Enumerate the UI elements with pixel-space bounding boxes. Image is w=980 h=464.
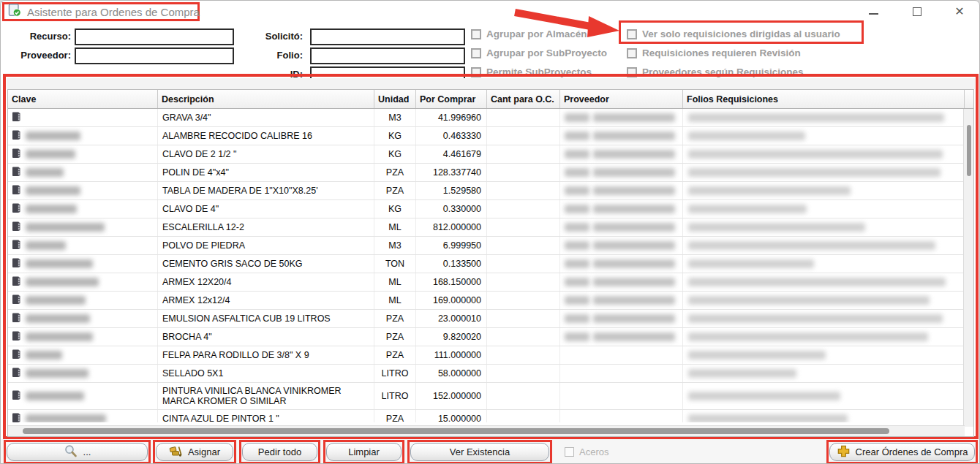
por-comprar-cell: 23.000010	[416, 310, 487, 327]
descripcion-cell: CEMENTO GRIS SACO DE 50KG	[158, 255, 374, 273]
cant-para-oc-cell	[487, 328, 560, 346]
folios-requisiciones-cell	[683, 292, 965, 309]
table-row[interactable]: PINTURA VINILICA BLANCA VINIKROMER MARCA…	[8, 383, 965, 410]
table-row[interactable]: CINTA AZUL DE PINTOR 1 "PZA15.000000	[8, 410, 965, 422]
redacted-text	[688, 369, 796, 378]
redacted-text	[593, 314, 675, 323]
folios-requisiciones-cell	[683, 109, 965, 126]
clave-cell	[8, 365, 158, 382]
table-row[interactable]: ALAMBRE RECOCIDO CALIBRE 16KG0.463330	[8, 127, 965, 145]
table-row[interactable]: ESCALERILLA 12-2ML812.000000	[8, 218, 965, 237]
folios-requisiciones-cell	[683, 328, 965, 346]
maximize-icon	[913, 7, 921, 16]
folio-input[interactable]	[310, 47, 465, 64]
column-header-por-comprar[interactable]: Por Comprar	[416, 90, 487, 108]
recurso-input[interactable]	[75, 28, 234, 45]
descripcion-cell: ARMEX 12X20/4	[158, 273, 374, 291]
table-row[interactable]: TABLA DE MADERA DE 1"X10"X8.25'PZA1.5295…	[8, 182, 965, 200]
column-header-unidad[interactable]: Unidad	[374, 90, 416, 108]
assign-button[interactable]: Asignar	[156, 443, 233, 461]
table-row[interactable]: CEMENTO GRIS SACO DE 50KGTON0.133500	[8, 255, 965, 273]
recurso-label: Recurso:	[14, 31, 71, 42]
unidad-cell: M3	[374, 237, 416, 254]
cant-para-oc-cell	[487, 273, 560, 291]
proveedor-input[interactable]	[75, 47, 234, 64]
checkbox-aceros[interactable]: Aceros	[565, 446, 608, 457]
column-header-proveedor[interactable]: Proveedor	[560, 90, 683, 108]
material-icon	[12, 294, 21, 307]
asignar-annotation-box: Asignar	[153, 440, 236, 464]
minimize-button[interactable]	[861, 1, 886, 23]
unidad-cell: TON	[374, 255, 416, 273]
table-row[interactable]: ARMEX 12X20/4ML168.150000	[8, 273, 965, 292]
horizontal-scrollbar-thumb[interactable]	[23, 428, 889, 434]
clave-cell	[8, 328, 158, 346]
table-row[interactable]: EMULSION ASFALTICA CUB 19 LITROSPZA23.00…	[8, 310, 965, 328]
redacted-text	[26, 278, 99, 286]
table-row[interactable]: FELPA PARA RODILLO DE 3/8" X 9PZA111.000…	[8, 346, 965, 365]
close-button[interactable]: ✕	[947, 1, 972, 23]
cant-para-oc-cell	[487, 346, 560, 364]
material-icon	[12, 312, 21, 325]
descripcion-cell: EMULSION ASFALTICA CUB 19 LITROS	[158, 310, 374, 327]
redacted-text	[688, 150, 943, 159]
table-row[interactable]: GRAVA 3/4"M341.996960	[8, 109, 965, 127]
crear-ordenes-annotation-box: Crear Órdenes de Compra	[826, 440, 978, 464]
table-row[interactable]: POLIN DE 4"x4"PZA128.337740	[8, 164, 965, 182]
redacted-text	[26, 296, 86, 305]
proveedor-cell	[560, 346, 683, 364]
checkbox-requisiciones-requieren-revision[interactable]: Requisiciones requieren Revisión	[627, 47, 801, 58]
redacted-text	[565, 223, 589, 232]
table-header-row: ClaveDescripciónUnidadPor ComprarCant pa…	[8, 90, 973, 109]
proveedor-cell	[560, 164, 683, 181]
vertical-scrollbar[interactable]	[963, 109, 973, 427]
descripcion-cell: FELPA PARA RODILLO DE 3/8" X 9	[158, 346, 374, 364]
table-row[interactable]: CLAVO DE 4"KG0.330000	[8, 200, 965, 218]
table-row[interactable]: BROCHA 4"PZA9.820020	[8, 328, 965, 346]
proveedor-cell	[560, 109, 683, 126]
plus-icon	[837, 444, 851, 460]
requisition-items-grid: ClaveDescripciónUnidadPor ComprarCant pa…	[7, 89, 974, 437]
cant-para-oc-cell	[487, 237, 560, 254]
redacted-text	[26, 186, 80, 195]
clear-button[interactable]: Limpiar	[326, 443, 402, 461]
redacted-text	[688, 296, 930, 305]
minimize-icon	[869, 13, 878, 15]
por-comprar-cell: 6.999950	[416, 237, 487, 254]
column-header-cant-para-o-c-[interactable]: Cant para O.C.	[487, 90, 560, 108]
unidad-cell: ML	[374, 273, 416, 291]
redacted-text	[688, 392, 840, 400]
por-comprar-cell: 1.529580	[416, 182, 487, 199]
column-header-clave[interactable]: Clave	[8, 90, 158, 108]
redacted-text	[593, 132, 675, 140]
table-row[interactable]: CLAVO DE 2 1/2 "KG4.461679	[8, 145, 965, 164]
maximize-button[interactable]	[905, 1, 930, 23]
por-comprar-cell: 128.337740	[416, 164, 487, 181]
create-purchase-orders-button[interactable]: Crear Órdenes de Compra	[829, 443, 975, 461]
checkbox-agrupar-por-subproyecto[interactable]: Agrupar por SubProyecto	[471, 47, 607, 58]
descripcion-cell: PINTURA VINILICA BLANCA VINIKROMER MARCA…	[158, 383, 374, 409]
view-stock-button[interactable]: Ver Existencia	[410, 443, 549, 461]
por-comprar-cell: 4.461679	[416, 145, 487, 163]
search-button[interactable]: ...	[7, 443, 148, 461]
table-row[interactable]: POLVO DE PIEDRAM36.999950	[8, 237, 965, 255]
table-row[interactable]: ARMEX 12x12/4ML169.000000	[8, 292, 965, 310]
column-header-folios-requisiciones[interactable]: Folios Requisiciones	[683, 90, 965, 108]
redacted-text	[565, 278, 589, 286]
unidad-cell: KG	[374, 145, 416, 163]
redacted-text	[688, 186, 851, 195]
redacted-text	[688, 241, 935, 250]
redacted-text	[593, 296, 675, 305]
redacted-text	[688, 132, 805, 140]
column-header-descripci-n[interactable]: Descripción	[158, 90, 374, 108]
vertical-scrollbar-thumb[interactable]	[967, 125, 971, 176]
close-icon: ✕	[954, 6, 964, 18]
clave-cell	[8, 237, 158, 254]
redacted-text	[688, 168, 941, 177]
redacted-text	[593, 113, 675, 122]
checkbox-ver-solo-requisiciones-usuario[interactable]: Ver solo requisiciones dirigidas al usua…	[627, 28, 840, 39]
solicito-input[interactable]	[310, 28, 465, 45]
request-all-button[interactable]: Pedir todo	[242, 443, 317, 461]
table-row[interactable]: SELLADO 5X1LITRO58.000000	[8, 365, 965, 383]
horizontal-scrollbar[interactable]	[8, 425, 965, 436]
